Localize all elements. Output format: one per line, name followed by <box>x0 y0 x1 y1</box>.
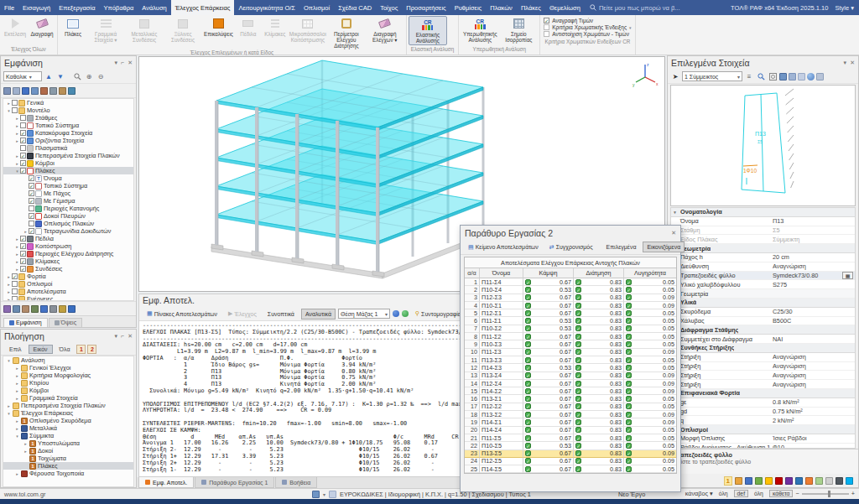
results-text-button[interactable]: ▤Κείμενο Αποτελεσμάτων <box>464 242 543 252</box>
tree-item-Περιοχές Κατανομής[interactable]: Περιοχές Κατανομής <box>3 205 133 212</box>
property-row-Τραπεζοειδές φύλλο[interactable]: Τραπεζοειδές φύλλο Symdeck73/0.80▦ <box>671 272 855 281</box>
expander-icon[interactable]: ▸ <box>6 101 12 106</box>
write-values-checkbox[interactable]: Αναγραφή Τιμών <box>544 18 631 23</box>
zoom-select-icon[interactable] <box>72 71 82 81</box>
menu-item-Σχέδια CAD[interactable]: Σχέδια CAD <box>334 0 376 15</box>
movie-icon[interactable] <box>836 477 843 485</box>
expander-icon[interactable]: ▾ <box>6 411 12 416</box>
zoom-window-icon[interactable] <box>768 71 778 81</box>
print-preview-icon[interactable] <box>816 73 824 81</box>
property-group-Ονοματολογία[interactable]: ▾Ονοματολογία <box>671 208 855 217</box>
table-row[interactable]: 17Π12-Σ2 ✓0.67 ✓0.83 ✓0.05 <box>465 403 676 411</box>
tree-item-Φορτία[interactable]: ▸ Φορτία <box>3 273 133 280</box>
zoom-in-icon[interactable]: ⊕ <box>84 71 94 81</box>
sun-icon[interactable] <box>815 477 823 485</box>
float-icon[interactable]: ⌐ <box>121 333 124 340</box>
checkbox-icon[interactable] <box>29 198 34 204</box>
table-row[interactable]: 2Π10-Σ4 ✓0.53 ✓0.83 ✓0.05 <box>465 286 676 294</box>
property-row-Στάθμη[interactable]: Στάθμη Σ5 <box>671 226 855 236</box>
import-icon[interactable] <box>765 477 773 485</box>
tree-item-Κόμβοι[interactable]: ▸ Κόμβοι <box>3 159 133 167</box>
open-icon[interactable] <box>745 477 752 485</box>
tell-me-search[interactable]: Πείτε μου πως μπορώ να β... <box>585 0 685 15</box>
checkbox-icon[interactable] <box>20 258 26 264</box>
ribbon-button-Ελαστικής Ανάλυσης[interactable]: CR Ελαστικής Ανάλυσης <box>409 16 447 45</box>
tree-item-Γενικοί Έλεγχοι[interactable]: ▸ Γενικοί Έλεγχοι <box>3 364 133 372</box>
tree-item-Κριτήρια Μορφολογίας[interactable]: ▸ Κριτήρια Μορφολογίας <box>3 372 133 379</box>
table-row[interactable]: 7Π10-Σ2 ✓0.53 ✓0.83 ✓0.05 <box>465 325 676 333</box>
levels-icon[interactable] <box>49 305 57 313</box>
checkbox-icon[interactable] <box>12 107 18 113</box>
tree-item-Τετραγωνίδια Δοκιδωτών[interactable]: ▸ Τετραγωνίδια Δοκιδωτών <box>3 227 133 235</box>
table-row[interactable]: 24Π12-Σ5 ✓0.67 ✓0.83 ✓0.09 <box>465 458 676 465</box>
checkbox-icon[interactable] <box>29 183 34 189</box>
paint-icon[interactable] <box>795 477 803 485</box>
color-criteria-menu[interactable]: Κριτήρια Χρωματικής Ένδειξης ▾ <box>544 24 631 30</box>
property-row-Στήριξη[interactable]: Στήριξη Αναγνώριση <box>671 362 855 372</box>
layer-1-badge[interactable]: 1 <box>724 476 732 486</box>
element-preview[interactable]: Π13 Σ5 1Φ10 <box>670 85 856 206</box>
tree-item-Κλίμακες[interactable]: ▸ Κλίμακες <box>3 257 133 265</box>
property-row-Στήριξη[interactable]: Στήριξη Αναγνώριση <box>671 353 855 362</box>
shade-icon[interactable] <box>3 87 11 95</box>
ribbon-button-Κλίμακες[interactable]: Κλίμακες <box>262 16 289 38</box>
menu-item-Λειτουργικότητα Ο/Σ[interactable]: Λειτουργικότητα Ο/Σ <box>234 0 299 15</box>
table-row[interactable]: 6Π11-Σ1 ✓0.53 ✓0.83 ✓0.05 <box>465 317 676 325</box>
move-down-icon[interactable]: ▼ <box>55 71 65 81</box>
expander-icon[interactable]: ▸ <box>14 471 20 476</box>
isolate-icon[interactable] <box>31 305 39 313</box>
ribbon-button-Υπερωθητικής Ανάλυσης[interactable]: CR Υπερωθητικής Ανάλυσης <box>461 16 499 44</box>
property-group-Διάφραγμα Στάθμης[interactable]: ▾Διάφραγμα Στάθμης <box>671 325 855 335</box>
expander-icon[interactable]: ▸ <box>23 441 29 446</box>
ribbon-button-Γραμμικά Στοιχεία[interactable]: Γραμμικά Στοιχεία ▾ <box>86 16 125 44</box>
tree-item-Με Γέμισμα[interactable]: Με Γέμισμα <box>3 197 133 205</box>
tree-item-Κατακόρυφα Στοιχεία[interactable]: ▸ Κατακόρυφα Στοιχεία <box>3 129 133 137</box>
nav-tab-Εικόν[interactable]: Εικόν <box>29 345 53 354</box>
expander-icon[interactable]: ▸ <box>14 244 20 249</box>
checkbox-icon[interactable] <box>20 243 26 249</box>
property-group-Γεωμετρία[interactable]: ▾Γεωμετρία <box>671 244 855 253</box>
table-row[interactable]: 20Π14-Σ4 ✓0.67 ✓0.83 ✓0.05 <box>465 427 676 434</box>
tree-item-Έλεγχοι Επάρκειας[interactable]: ▾ Έλεγχοι Επάρκειας <box>3 409 133 417</box>
expander-icon[interactable]: ▸ <box>14 259 20 264</box>
expander-icon[interactable]: ▸ <box>14 426 20 431</box>
property-row-gd[interactable]: gd 0.75 kN/m² <box>671 408 855 417</box>
zoom-minus[interactable]: − <box>795 490 799 497</box>
table-row[interactable]: 16Π13-Σ1 ✓0.67 ✓0.83 ✓0.05 <box>465 395 676 403</box>
property-row-Είδος Πλάκας[interactable]: Είδος Πλάκας Σύμμεικτη <box>671 235 855 244</box>
checkbox-icon[interactable] <box>20 122 26 128</box>
tree-item-Πλασματικά[interactable]: Πλασματικά <box>3 144 133 152</box>
checkbox-icon[interactable] <box>12 296 18 301</box>
house-side-icon[interactable] <box>49 87 57 95</box>
property-group-Υλικά[interactable]: ▾Υλικά <box>671 299 855 308</box>
expander-icon[interactable]: ▾ <box>14 434 20 439</box>
copy-view-icon[interactable] <box>40 305 48 313</box>
ribbon-button-Ξύλινες Συνδέσεις[interactable]: Ξύλινες Συνδέσεις <box>164 16 202 44</box>
menu-item-Επεξεργασία[interactable]: Επεξεργασία <box>55 0 99 15</box>
deselect-icon[interactable] <box>13 305 20 313</box>
view-def[interactable]: def <box>734 490 748 497</box>
nav-tab-Επιλ[interactable]: Επιλ <box>4 345 27 354</box>
property-group-Συνθήκες Στήριξης[interactable]: ▾Συνθήκες Στήριξης <box>671 344 855 353</box>
sync-button[interactable]: ⇄Συγχρονισμός <box>545 242 597 252</box>
checkbox-icon[interactable] <box>29 190 34 196</box>
table-row[interactable]: 21Π11-Σ5 ✓0.67 ✓0.83 ✓0.05 <box>465 434 676 442</box>
tree-item-Υποστυλώματα[interactable]: ▸ 1 Υποστυλώματα <box>3 439 133 447</box>
legend-icon[interactable] <box>68 305 75 313</box>
property-row-q[interactable]: q 2 kN/m² <box>671 416 855 425</box>
filter-icon[interactable]: ≡ <box>744 71 754 81</box>
checkbox-icon[interactable] <box>29 175 34 181</box>
expander-icon[interactable]: ▸ <box>14 252 20 257</box>
table-icon[interactable] <box>329 491 336 498</box>
expander-icon[interactable]: ▸ <box>14 373 20 378</box>
adequacy-results-table[interactable]: Αποτελέσματα Ελέγχου Επάρκειας Αντοχής Π… <box>464 257 677 474</box>
expander-icon[interactable]: ▸ <box>14 418 20 423</box>
tree-item-Συνδέσεις[interactable]: ▸ Συνδέσεις <box>3 265 133 273</box>
view-side-icon[interactable] <box>798 73 805 81</box>
table-row[interactable]: 25Π14-Σ5 ✓0.67 ✓0.83 ✓0.05 <box>465 465 676 473</box>
checkbox-icon[interactable] <box>20 115 26 121</box>
property-row-Στήριξη[interactable]: Στήριξη Αναγνώριση <box>671 380 855 389</box>
table-row[interactable]: 18Π13-Σ2 ✓0.67 ✓0.83 ✓0.09 <box>465 411 676 418</box>
ribbon-button-Μεταλλικές Συνδέσεις[interactable]: Μεταλλικές Συνδέσεις <box>125 16 164 44</box>
property-row-Υλικό χαλυβδόφυλλου[interactable]: Υλικό χαλυβδόφυλλου S275 <box>671 280 855 289</box>
